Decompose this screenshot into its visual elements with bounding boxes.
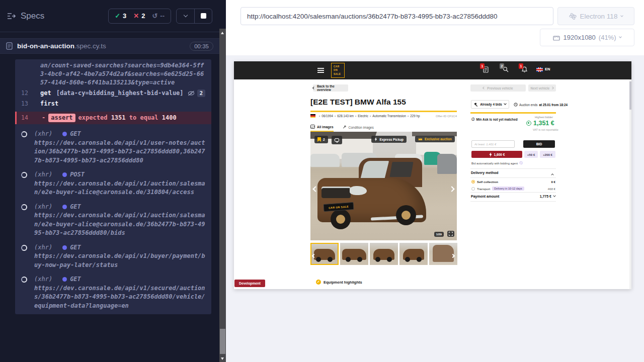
main-vehicle-photo[interactable]: CAR ON SALE 2 Express Pickup (310, 132, 457, 240)
radio-selected-icon (471, 180, 475, 184)
chevron-down-icon (504, 102, 507, 105)
stop-button[interactable] (194, 9, 212, 23)
photo-next-button[interactable] (450, 184, 454, 193)
log-command-get[interactable]: 12 get[data-cy=bidding_highest-bid-value… (15, 88, 211, 99)
payment-amount-row[interactable]: Payment amount 1,775 € (471, 195, 555, 198)
refresh-icon: ↺ (152, 12, 157, 20)
increment-200-button[interactable]: +200 € (540, 151, 555, 158)
line-number: 12 (15, 89, 40, 98)
delivery-time-badge: Delivery in 10-12 days (492, 187, 524, 191)
xhr-log-entry[interactable]: (xhr)GET https://dev.caronsale.de/api/v1… (15, 243, 211, 270)
check-icon: ✓ (115, 12, 120, 20)
bolt-icon (374, 137, 377, 141)
instant-bid-button[interactable]: 1,600 € (471, 151, 522, 158)
previous-vehicle-button[interactable]: Previous vehicle (470, 84, 526, 92)
chevron-down-icon (619, 35, 622, 38)
scrollbar-thumb[interactable] (220, 329, 225, 354)
gallery-tabs: All images Condition images (310, 125, 374, 132)
ruler-icon (553, 34, 560, 41)
xhr-log-entry[interactable]: (xhr)GET https://dev.caronsale.de/api/v1… (15, 275, 211, 314)
viewport-select[interactable]: 1920x1080 (41%) (540, 29, 634, 46)
bookmark-badge[interactable]: 2 (314, 136, 328, 143)
spec-file-name: bid-on-an-auction.spec.cy.ts (17, 42, 106, 50)
scroll-up-icon[interactable] (221, 32, 224, 34)
language-switcher[interactable]: EN (545, 67, 550, 71)
thumbnail[interactable] (399, 243, 428, 265)
request-dot-icon (62, 277, 67, 282)
photo-prev-button[interactable] (313, 184, 317, 193)
reporter-scrollbar[interactable] (219, 29, 226, 362)
menu-icon[interactable] (317, 68, 324, 73)
xhr-log-entry[interactable]: (xhr)GET https://dev.caronsale.de/api/v1… (15, 203, 211, 238)
log-command-first[interactable]: 13 first (15, 99, 211, 109)
notifications-button[interactable]: 1 (522, 66, 527, 73)
eye-slash-icon (188, 90, 195, 96)
germany-flag-icon (310, 114, 315, 118)
increment-50-button[interactable]: +50 € (524, 151, 538, 158)
thumbs-prev-button[interactable] (312, 250, 315, 259)
element-count-badge: 2 (197, 89, 205, 97)
offers-button[interactable]: 1 (483, 66, 489, 73)
log-assert-error[interactable]: 14 -assertexpected 1351 to equal 1400 (15, 112, 211, 124)
next-vehicle-button[interactable]: Next vehicle (528, 84, 556, 92)
tab-all-images[interactable]: All images (310, 125, 334, 132)
highest-bid-icon (526, 121, 531, 126)
browser-select[interactable]: Electron 118 (557, 7, 634, 25)
bids-dropdown-button[interactable]: Already 4 bids (471, 100, 509, 109)
collapse-section-icon[interactable] (551, 173, 554, 176)
chevron-left-icon (312, 86, 315, 89)
panel-underline (470, 112, 556, 114)
tab-condition-images[interactable]: Condition images (343, 125, 374, 132)
bid-button[interactable]: BID (523, 140, 555, 148)
fullscreen-button[interactable] (447, 231, 454, 237)
app-scrollbar[interactable] (629, 79, 631, 289)
back-to-overview-button[interactable]: Back to the overview (313, 84, 348, 92)
radio-icon (471, 187, 475, 191)
chevron-down-icon (621, 14, 624, 17)
spec-file-icon (6, 42, 13, 50)
xhr-log-entry[interactable]: (xhr)POST https://dev.caronsale.de/api/v… (15, 170, 211, 197)
stat-pending: ↺ -- (152, 12, 165, 20)
collapse-button[interactable] (177, 9, 194, 23)
saved-search-count-badge: 2 (500, 63, 504, 69)
chevron-down-icon (553, 194, 556, 197)
chevron-down-icon (183, 13, 187, 17)
spec-duration-badge: 00:35 (190, 42, 213, 51)
spec-file-row[interactable]: bid-on-an-auction.spec.cy.ts 00:35 (0, 38, 219, 54)
spinner-icon (21, 131, 27, 137)
thumbnail-strip (310, 243, 457, 265)
bookmark-icon (317, 137, 321, 142)
log-truncated-url[interactable]: an/count-saved-searches?searches=9db4e36… (15, 60, 211, 88)
thumbnail[interactable] (370, 243, 398, 265)
caronsale-logo[interactable]: CAR ON SALE (331, 63, 345, 78)
thumbnail[interactable] (340, 243, 368, 265)
comment-icon (335, 138, 339, 142)
express-pickup-badge: Express Pickup (371, 136, 407, 143)
scroll-down-icon[interactable] (221, 357, 224, 360)
test-stats: ✓ 3 ✕ 2 ↺ -- (108, 9, 171, 24)
environment-badge: Development (234, 280, 265, 287)
line-number: 14 (17, 114, 42, 122)
app-header: CAR ON SALE 1 2 (234, 61, 631, 79)
url-input[interactable] (240, 7, 553, 25)
delivery-option-transport[interactable]: Transport Delivery in 10-12 days 468 € (471, 187, 555, 191)
request-dot-icon (62, 132, 67, 136)
command-log: an/count-saved-searches?searches=9db4e36… (15, 59, 211, 314)
aut-iframe: CAR ON SALE 1 2 (234, 61, 631, 289)
comments-button[interactable] (332, 136, 342, 144)
bidding-agent-note[interactable]: Bid automatically with bidding agent ⓘ (471, 161, 523, 165)
notifications-count-badge: 1 (519, 63, 523, 69)
specs-nav[interactable]: Specs (7, 11, 44, 21)
request-dot-icon (62, 172, 67, 177)
info-icon: ⓘ (471, 117, 475, 122)
xhr-log-entry[interactable]: (xhr)GET https://dev.caronsale.de/api/v1… (15, 130, 211, 165)
highest-bid-value: 1,351 € (526, 120, 554, 127)
bid-amount-input[interactable] (471, 140, 515, 148)
line-number: 13 (15, 100, 40, 108)
thumbs-next-button[interactable] (451, 250, 454, 259)
delivery-option-self-collection[interactable]: Self collection 0 € (471, 180, 555, 184)
vehicle-spec-row: 06/1994 628.143 km Electric Automatic Tr… (310, 114, 457, 118)
auction-ends: Auction ends at 25.01 from 18:24 (514, 103, 568, 107)
saved-search-button[interactable]: 2 (503, 66, 509, 72)
delivery-method-title: Delivery method (471, 171, 498, 174)
